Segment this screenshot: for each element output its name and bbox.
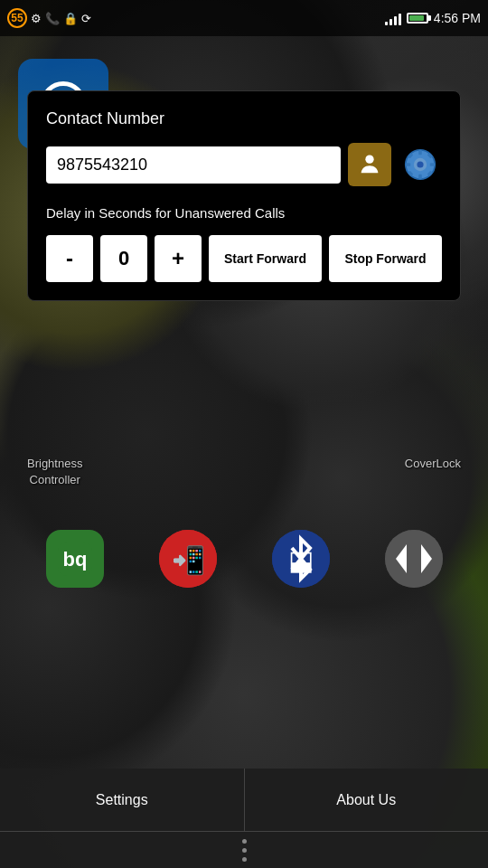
transfer-icon-wrap[interactable] — [385, 530, 443, 588]
about-nav-button[interactable]: About Us — [245, 769, 489, 831]
sync-icon: ⟳ — [81, 12, 91, 25]
settings-nav-button[interactable]: Settings — [0, 769, 244, 831]
svg-rect-4 — [418, 150, 422, 155]
svg-text:bq: bq — [62, 548, 87, 571]
transfer-icon — [385, 530, 443, 588]
bluetooth-icon: ⬓ — [272, 530, 330, 588]
svg-text:📲: 📲 — [171, 544, 205, 577]
bluetooth-icon-wrap[interactable]: ⬓ — [272, 530, 330, 588]
desktop-mid-labels: BrightnessController CoverLock — [0, 456, 488, 488]
coverlock-label: CoverLock — [405, 456, 461, 488]
status-left-icons: 55 ⚙ 📞 🔒 ⟳ — [7, 8, 91, 28]
nav-buttons-row: Settings About Us — [0, 769, 488, 832]
counter-row: - 0 + Start Forward Stop Forward — [46, 235, 442, 282]
dialog-title: Contact Number — [46, 109, 442, 128]
bq-app-icon: bq — [46, 530, 104, 588]
three-dots-icon — [242, 839, 247, 862]
delay-label: Delay in Seconds for Unanswered Calls — [46, 204, 442, 222]
settings-gear-button[interactable] — [399, 143, 442, 186]
call-icon: 📞 — [45, 12, 60, 25]
contact-picker-button[interactable] — [348, 143, 391, 186]
phone-row — [46, 143, 442, 186]
brightness-controller-label: BrightnessController — [27, 456, 82, 488]
battery-icon — [407, 13, 428, 24]
person-icon — [357, 152, 382, 177]
contact-number-dialog: Contact Number — [27, 90, 461, 301]
svg-point-0 — [365, 156, 373, 164]
start-forward-button[interactable]: Start Forward — [209, 235, 322, 282]
desktop-area: Contact Number — [0, 36, 488, 669]
usb-icon: ⚙ — [31, 12, 42, 25]
signal-icon — [385, 11, 401, 25]
status-right-icons: 4:56 PM — [385, 11, 481, 25]
notification-badge: 55 — [7, 8, 27, 28]
nav-bottom-dots — [0, 832, 488, 868]
desktop-icons-row: bq 📲 ⬓ — [0, 530, 488, 588]
bq-app-icon-wrap[interactable]: bq — [46, 530, 104, 588]
svg-rect-5 — [418, 175, 422, 179]
bottom-nav: Settings About Us — [0, 769, 488, 868]
clock: 4:56 PM — [434, 11, 481, 25]
status-bar: 55 ⚙ 📞 🔒 ⟳ 4:56 PM — [0, 0, 488, 36]
svg-rect-6 — [406, 163, 410, 166]
svg-point-3 — [417, 161, 423, 167]
decrement-button[interactable]: - — [46, 235, 93, 282]
gear-icon — [404, 148, 436, 181]
phone-input[interactable] — [46, 146, 341, 184]
lock-icon: 🔒 — [63, 12, 78, 25]
call-forward-icon-wrap[interactable]: 📲 — [159, 530, 217, 588]
stop-forward-button[interactable]: Stop Forward — [329, 235, 442, 282]
call-forward-icon: 📲 — [159, 530, 217, 588]
svg-rect-7 — [430, 163, 435, 166]
increment-button[interactable]: + — [155, 235, 202, 282]
svg-point-18 — [385, 530, 443, 588]
counter-display: 0 — [100, 235, 147, 282]
